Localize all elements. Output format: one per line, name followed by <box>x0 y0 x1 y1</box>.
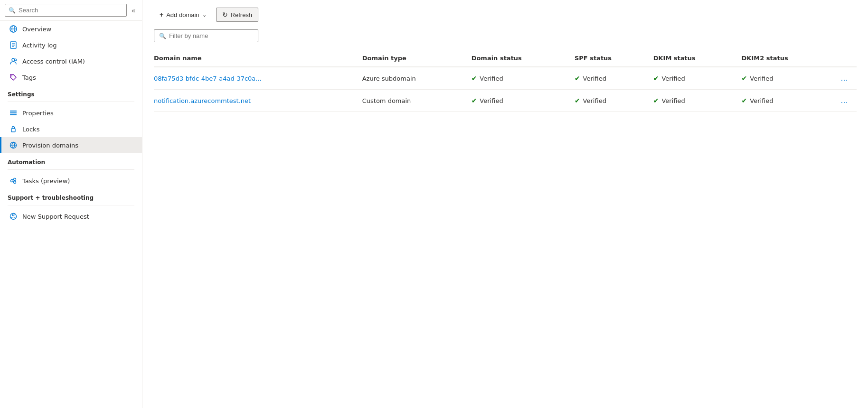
filter-input[interactable] <box>169 32 253 39</box>
col-header-spf-status: SPF status <box>575 50 653 67</box>
col-header-dkim2-status: DKIM2 status <box>742 50 838 67</box>
svg-point-9 <box>11 75 12 76</box>
domain-status-check-icon-1: ✔ <box>472 74 477 82</box>
filter-bar: 🔍 <box>154 29 857 42</box>
main-content: + Add domain ⌄ ↻ Refresh 🔍 Domain name D… <box>142 0 868 408</box>
dkim2-status-cell-1: ✔ Verified <box>742 67 838 90</box>
dkim-check-icon-1: ✔ <box>653 74 659 82</box>
automation-divider <box>8 169 134 170</box>
collapse-sidebar-button[interactable]: « <box>130 5 137 16</box>
domain-type-cell-1: Azure subdomain <box>362 67 472 90</box>
support-icon <box>9 212 18 221</box>
sidebar-item-provision-domains-label: Provision domains <box>22 142 78 149</box>
svg-line-19 <box>13 180 14 180</box>
domain-status-cell-1: ✔ Verified <box>472 67 575 90</box>
dkim2-status-badge-2: ✔ Verified <box>742 97 832 104</box>
tags-icon <box>9 73 18 82</box>
dkim-check-icon-2: ✔ <box>653 97 659 104</box>
add-domain-chevron-icon: ⌄ <box>202 12 207 18</box>
add-domain-button[interactable]: + Add domain ⌄ <box>154 8 212 21</box>
domain-status-badge-1: ✔ Verified <box>472 74 569 82</box>
sidebar-item-activity-log[interactable]: Activity log <box>0 37 142 53</box>
properties-icon <box>9 109 18 117</box>
domain-type-cell-2: Custom domain <box>362 90 472 112</box>
dkim2-check-icon-1: ✔ <box>742 74 747 82</box>
search-input[interactable] <box>5 4 127 17</box>
col-header-dkim-status: DKIM status <box>653 50 742 67</box>
svg-point-17 <box>14 178 16 181</box>
iam-icon <box>9 57 18 65</box>
svg-line-20 <box>13 181 14 182</box>
spf-check-icon-1: ✔ <box>575 74 580 82</box>
svg-point-16 <box>11 180 13 182</box>
domain-name-link-1[interactable]: 08fa75d3-bfdc-4be7-a4ad-37c0a... <box>154 75 262 82</box>
dkim2-status-badge-1: ✔ Verified <box>742 74 832 82</box>
sidebar-item-iam[interactable]: Access control (IAM) <box>0 53 142 69</box>
domain-name-cell-1[interactable]: 08fa75d3-bfdc-4be7-a4ad-37c0a... <box>154 67 362 90</box>
sidebar-item-locks[interactable]: Locks <box>0 121 142 137</box>
dkim-status-badge-2: ✔ Verified <box>653 97 736 104</box>
locks-icon <box>9 125 18 133</box>
actions-cell-2[interactable]: … <box>838 90 857 112</box>
sidebar-item-properties-label: Properties <box>22 110 54 117</box>
domains-icon <box>9 141 18 149</box>
dkim-status-text-1: Verified <box>661 75 685 82</box>
dkim2-status-cell-2: ✔ Verified <box>742 90 838 112</box>
svg-rect-10 <box>10 111 17 111</box>
sidebar-item-tags[interactable]: Tags <box>0 69 142 85</box>
svg-rect-13 <box>11 129 15 132</box>
dkim2-status-text-2: Verified <box>750 97 773 104</box>
support-section-header: Support + troubleshooting <box>0 189 142 203</box>
domain-name-link-2[interactable]: notification.azurecommtest.net <box>154 97 251 104</box>
sidebar-item-properties[interactable]: Properties <box>0 105 142 121</box>
dkim2-check-icon-2: ✔ <box>742 97 747 104</box>
svg-rect-12 <box>10 114 17 115</box>
support-divider <box>8 205 134 205</box>
add-domain-label: Add domain <box>166 11 199 19</box>
svg-point-7 <box>12 58 15 61</box>
settings-divider <box>8 102 134 102</box>
sidebar-item-tags-label: Tags <box>22 74 36 81</box>
svg-rect-11 <box>10 112 17 113</box>
spf-status-text-1: Verified <box>583 75 606 82</box>
domain-status-check-icon-2: ✔ <box>472 97 477 104</box>
spf-status-cell-2: ✔ Verified <box>575 90 653 112</box>
sidebar-item-overview[interactable]: Overview <box>0 21 142 37</box>
dkim-status-cell-2: ✔ Verified <box>653 90 742 112</box>
sidebar: 🔍 « Overview Activity log Access control… <box>0 0 142 408</box>
domains-table: Domain name Domain type Domain status SP… <box>154 50 857 112</box>
plus-icon: + <box>160 11 163 19</box>
domain-name-cell-2[interactable]: notification.azurecommtest.net <box>154 90 362 112</box>
sidebar-item-overview-label: Overview <box>22 26 51 33</box>
spf-check-icon-2: ✔ <box>575 97 580 104</box>
domain-status-cell-2: ✔ Verified <box>472 90 575 112</box>
actions-cell-1[interactable]: … <box>838 67 857 90</box>
dkim-status-text-2: Verified <box>661 97 685 104</box>
automation-section-header: Automation <box>0 153 142 167</box>
spf-status-badge-2: ✔ Verified <box>575 97 648 104</box>
sidebar-item-tasks-label: Tasks (preview) <box>22 177 70 185</box>
filter-search-icon: 🔍 <box>159 33 166 39</box>
sidebar-search-bar: 🔍 « <box>0 0 142 21</box>
refresh-icon: ↻ <box>222 11 228 19</box>
svg-point-18 <box>14 181 16 184</box>
domain-status-text-2: Verified <box>480 97 503 104</box>
sidebar-item-provision-domains[interactable]: Provision domains <box>0 137 142 153</box>
row1-more-button[interactable]: … <box>838 73 851 83</box>
dkim2-status-text-1: Verified <box>750 75 773 82</box>
spf-status-text-2: Verified <box>583 97 606 104</box>
sidebar-item-support-label: New Support Request <box>22 213 89 220</box>
settings-section-header: Settings <box>0 85 142 100</box>
refresh-button[interactable]: ↻ Refresh <box>216 8 259 22</box>
sidebar-item-tasks[interactable]: Tasks (preview) <box>0 173 142 189</box>
col-header-actions <box>838 50 857 67</box>
sidebar-item-locks-label: Locks <box>22 126 39 133</box>
sidebar-item-support[interactable]: New Support Request <box>0 208 142 224</box>
row2-more-button[interactable]: … <box>838 95 851 106</box>
table-row: 08fa75d3-bfdc-4be7-a4ad-37c0a... Azure s… <box>154 67 857 90</box>
dkim-status-cell-1: ✔ Verified <box>653 67 742 90</box>
col-header-domain-name: Domain name <box>154 50 362 67</box>
sidebar-item-iam-label: Access control (IAM) <box>22 58 85 65</box>
toolbar: + Add domain ⌄ ↻ Refresh <box>154 8 857 22</box>
refresh-label: Refresh <box>231 11 253 19</box>
